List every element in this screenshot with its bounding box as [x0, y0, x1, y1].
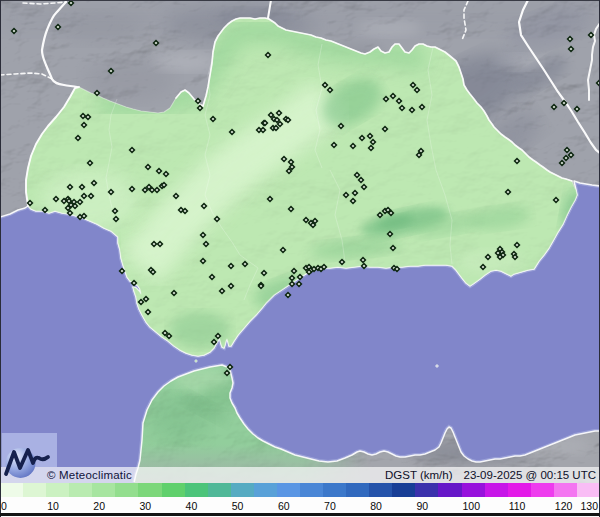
scale-tick-label: 20 — [93, 500, 105, 512]
scale-tick-label: 50 — [232, 500, 244, 512]
scale-tick-label: 120 — [555, 500, 573, 512]
scale-tick-label: 40 — [186, 500, 198, 512]
scale-tick-label: 90 — [416, 500, 428, 512]
scale-tick-label: 10 — [47, 500, 59, 512]
scale-color-block — [138, 483, 161, 497]
legend-timestamp: 23-09-2025 @ 00:15 UTC — [464, 469, 597, 481]
scale-color-block — [92, 483, 115, 497]
scale-color-block — [462, 483, 485, 497]
scale-tick-label: 30 — [139, 500, 151, 512]
scale-color-block — [438, 483, 461, 497]
scale-color-block — [392, 483, 415, 497]
meteoclimatic-logo-icon[interactable] — [0, 433, 57, 483]
scale-color-block — [415, 483, 438, 497]
weather-map-page: © Meteoclimatic DGST (km/h) 23-09-2025 @… — [0, 0, 600, 517]
frame-border-top — [0, 0, 600, 1]
legend-title: DGST (km/h) — [385, 469, 453, 481]
scale-tick-label: 130 — [580, 500, 598, 512]
scale-tick-label: 70 — [324, 500, 336, 512]
copyright-text[interactable]: © Meteoclimatic — [47, 469, 132, 481]
map[interactable] — [0, 0, 600, 517]
scale-color-block — [254, 483, 277, 497]
scale-color-block — [369, 483, 392, 497]
scale-color-block — [115, 483, 138, 497]
scale-color-block — [0, 483, 23, 497]
scale-color-block — [162, 483, 185, 497]
scale-color-block — [554, 483, 577, 497]
scale-tick-label: 0 — [1, 500, 7, 512]
scale-color-block — [300, 483, 323, 497]
color-scale — [0, 483, 600, 497]
scale-color-block — [208, 483, 231, 497]
scale-color-block — [508, 483, 531, 497]
scale-tick-label: 110 — [509, 500, 526, 512]
scale-color-block — [69, 483, 92, 497]
frame-border-bottom — [0, 513, 600, 516]
attribution-bar: © Meteoclimatic DGST (km/h) 23-09-2025 @… — [0, 467, 600, 483]
scale-tick-label: 100 — [463, 500, 481, 512]
scale-tick-label: 80 — [370, 500, 382, 512]
scale-color-block — [323, 483, 346, 497]
scale-color-block — [577, 483, 600, 497]
scale-color-block — [531, 483, 554, 497]
scale-color-block — [346, 483, 369, 497]
frame-border-left — [0, 0, 1, 517]
scale-color-block — [185, 483, 208, 497]
scale-tick-label: 60 — [278, 500, 290, 512]
scale-color-block — [277, 483, 300, 497]
scale-color-block — [231, 483, 254, 497]
scale-color-block — [485, 483, 508, 497]
scale-color-block — [23, 483, 46, 497]
scale-color-block — [46, 483, 69, 497]
